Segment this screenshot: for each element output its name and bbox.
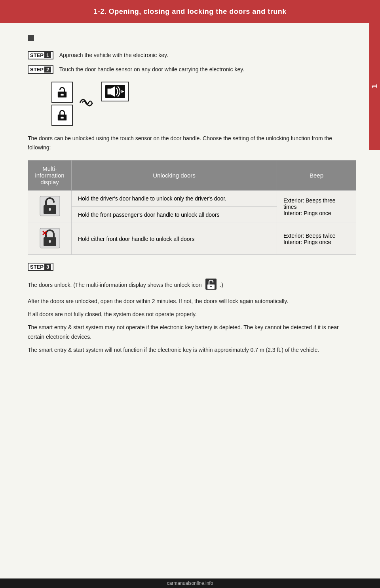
step-1-word: STEP (30, 52, 44, 58)
step-3-content: The doors unlock. (The multi-information… (28, 278, 356, 319)
step-3-number: 3 (44, 264, 51, 270)
unlock-action-all: Hold either front door handle to unlock … (72, 223, 277, 255)
header-title: 1-2. Opening, closing and locking the do… (93, 8, 287, 16)
svg-rect-11 (49, 209, 50, 211)
locked-lock-icon-box (51, 105, 73, 126)
wave-icon (78, 95, 96, 111)
header-bar: 1-2. Opening, closing and locking the do… (0, 0, 380, 23)
step-2-text: Touch the door handle sensor on any door… (59, 66, 244, 73)
info-table: Multi-informationdisplay Unlocking doors… (28, 160, 356, 255)
svg-rect-15 (49, 241, 50, 243)
signal-divider (76, 95, 98, 113)
speaker-icon-box (101, 82, 129, 101)
main-content: STEP 1 Approach the vehicle with the ele… (0, 23, 380, 370)
svg-rect-1 (61, 94, 63, 96)
footer-url: carmanualsonline.info (167, 580, 213, 586)
unlock-action-passenger: Hold the front passenger's door handle t… (72, 207, 277, 223)
step-1-row: STEP 1 Approach the vehicle with the ele… (28, 51, 356, 63)
icon-cell-driver (28, 191, 72, 223)
step-2-word: STEP (30, 67, 44, 73)
beep-cell-row1: Exterior: Beeps three timesInterior: Pin… (277, 191, 356, 223)
svg-rect-3 (61, 117, 63, 119)
svg-rect-5 (108, 89, 111, 95)
lock-icon-stack (51, 82, 73, 126)
all-unlock-display-icon (40, 228, 60, 248)
step-1-label: STEP 1 (28, 51, 53, 59)
step-3-word: STEP (30, 264, 44, 270)
step-2-label: STEP 2 (28, 65, 53, 74)
col-header-unlock: Unlocking doors (72, 160, 277, 191)
step-1-number: 1 (44, 52, 51, 58)
step-3-text: The doors unlock. (The multi-information… (28, 278, 356, 293)
step-3-section: STEP 3 The doors unlock. (The multi-info… (28, 263, 356, 319)
unlocked-lock-icon (57, 86, 67, 98)
col-header-display: Multi-informationdisplay (28, 160, 72, 191)
table-row: Hold the driver's door handle to unlock … (28, 191, 356, 207)
step3-unlock-icon (205, 278, 217, 290)
icon-row (51, 82, 356, 126)
speaker-icon (105, 84, 125, 99)
locked-lock-icon (57, 109, 67, 121)
step-3-label-row: STEP 3 (28, 263, 356, 274)
unlocked-lock-icon-box (51, 82, 73, 103)
unlock-action-driver: Hold the driver's door handle to unlock … (72, 191, 277, 207)
svg-point-20 (210, 286, 212, 287)
step-2-row: STEP 2 Touch the door handle sensor on a… (28, 65, 356, 77)
icon-cell-all (28, 223, 72, 255)
table-row: Hold either front door handle to unlock … (28, 223, 356, 255)
step-1-text: Approach the vehicle with the electronic… (59, 52, 168, 58)
additional-text-1: The smart entry & start system may not o… (28, 323, 356, 341)
beep-cell-row2: Exterior: Beeps twiceInterior: Pings onc… (277, 223, 356, 255)
footer-bar: carmanualsonline.info (0, 578, 380, 588)
steps-container: STEP 1 Approach the vehicle with the ele… (28, 51, 356, 126)
step-3-label: STEP 3 (28, 263, 53, 271)
step-3-note: If all doors are not fully closed, the s… (28, 310, 356, 319)
intro-text: The doors can be unlocked using the touc… (28, 134, 356, 152)
col-header-beep: Beep (277, 160, 356, 191)
additional-text-2: The smart entry & start system will not … (28, 346, 356, 355)
step-3-detail: After the doors are unlocked, open the d… (28, 297, 356, 306)
step-2-number: 2 (44, 67, 51, 73)
driver-unlock-display-icon (40, 196, 60, 216)
section-bullet (28, 35, 34, 41)
